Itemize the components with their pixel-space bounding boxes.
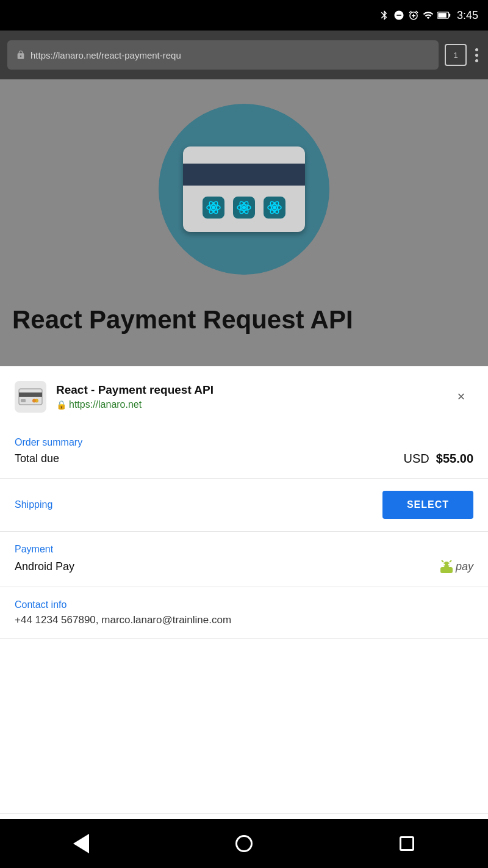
- url-text: https://lanaro.net/react-payment-requ: [30, 50, 181, 60]
- status-time: 3:45: [457, 9, 478, 22]
- svg-point-25: [448, 564, 450, 566]
- card-graphic: [183, 146, 305, 232]
- back-button[interactable]: [66, 828, 96, 859]
- payment-label: Payment: [15, 544, 473, 555]
- svg-point-3: [212, 206, 215, 209]
- svg-rect-17: [21, 399, 26, 402]
- menu-dot: [475, 48, 478, 51]
- contact-info-label: Contact info: [15, 599, 473, 610]
- shipping-row: Shipping SELECT: [15, 491, 473, 519]
- card-chip-2: [233, 197, 255, 219]
- order-summary-section: Order summary Total due USD $55.00: [0, 425, 488, 479]
- sheet-payment-icon: [15, 381, 46, 413]
- tab-badge[interactable]: 1: [445, 44, 467, 66]
- menu-dot: [475, 59, 478, 62]
- card-chip-1: [203, 197, 224, 219]
- svg-point-19: [35, 399, 38, 403]
- payment-row: Android Pay pay: [15, 559, 473, 574]
- sheet-url-row: 🔒 https://lanaro.net: [56, 399, 439, 410]
- page-main-title: React Payment Request API: [12, 305, 476, 335]
- tab-count: 1: [453, 51, 458, 60]
- android-icon: [439, 559, 454, 574]
- android-nav-bar: [0, 819, 488, 868]
- svg-rect-21: [440, 567, 453, 573]
- svg-rect-2: [438, 13, 447, 18]
- shipping-label: Shipping: [15, 499, 52, 510]
- page-title-area: React Payment Request API: [0, 299, 488, 347]
- select-shipping-button[interactable]: SELECT: [382, 491, 473, 519]
- payment-method: Android Pay: [15, 560, 74, 573]
- pay-text: pay: [456, 560, 473, 573]
- android-pay-logo: pay: [439, 559, 473, 574]
- shipping-section: Shipping SELECT: [0, 479, 488, 532]
- svg-line-22: [442, 560, 443, 562]
- menu-dot: [475, 54, 478, 57]
- home-button[interactable]: [229, 828, 259, 859]
- sheet-title-block: React - Payment request API 🔒 https://la…: [56, 383, 439, 410]
- total-row: Total due USD $55.00: [15, 452, 473, 466]
- signal-icon: [423, 10, 434, 21]
- card-chips: [183, 197, 305, 219]
- svg-rect-1: [449, 13, 451, 16]
- svg-rect-16: [19, 392, 42, 397]
- status-bar: 3:45: [0, 0, 488, 31]
- status-icons: 3:45: [379, 9, 478, 22]
- svg-point-11: [273, 206, 276, 209]
- home-icon: [235, 835, 253, 852]
- url-bar[interactable]: https://lanaro.net/react-payment-requ: [7, 40, 439, 70]
- recent-apps-button[interactable]: [392, 828, 422, 859]
- card-chip-3: [264, 197, 285, 219]
- payment-section: Payment Android Pay pay: [0, 532, 488, 587]
- payment-card-icon: [18, 387, 43, 407]
- svg-point-7: [242, 206, 246, 209]
- order-summary-label: Order summary: [15, 437, 473, 448]
- card-stripe: [183, 164, 305, 186]
- svg-line-23: [450, 560, 451, 562]
- total-due-label: Total due: [15, 452, 59, 465]
- menu-button[interactable]: [473, 46, 481, 65]
- sheet-title: React - Payment request API: [56, 383, 439, 397]
- svg-point-24: [443, 564, 445, 566]
- url-lock-icon: 🔒: [56, 400, 66, 410]
- currency-label: USD: [403, 452, 429, 465]
- sheet-url-text: https://lanaro.net: [69, 399, 142, 410]
- browser-bar: https://lanaro.net/react-payment-requ 1: [0, 31, 488, 79]
- amount-value: $55.00: [436, 452, 473, 465]
- alarm-icon: [408, 10, 419, 21]
- bluetooth-icon: [379, 10, 390, 21]
- contact-info-section: Contact info +44 1234 567890, marco.lana…: [0, 587, 488, 639]
- back-icon: [73, 834, 89, 853]
- battery-icon: [437, 11, 451, 20]
- lock-icon: [16, 50, 26, 60]
- payment-sheet: React - Payment request API 🔒 https://la…: [0, 366, 488, 868]
- close-button[interactable]: ×: [449, 385, 473, 409]
- total-amount: USD $55.00: [403, 452, 473, 466]
- card-circle: [159, 104, 329, 275]
- contact-details: +44 1234 567890, marco.lanaro@trainline.…: [15, 614, 473, 626]
- sheet-header: React - Payment request API 🔒 https://la…: [0, 366, 488, 425]
- dnd-icon: [393, 10, 404, 21]
- recent-apps-icon: [400, 836, 414, 851]
